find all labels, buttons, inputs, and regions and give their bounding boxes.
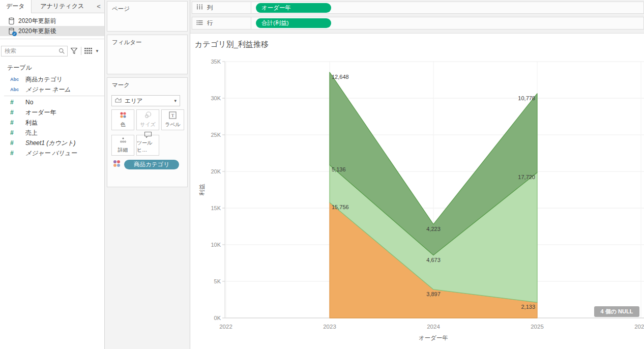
svg-text:2022: 2022	[219, 324, 232, 330]
svg-text:5K: 5K	[214, 278, 221, 284]
field-name: Sheet1 (カウント)	[25, 139, 75, 148]
field-item[interactable]: Abc メジャー ネーム	[0, 84, 104, 95]
divider	[4, 96, 104, 96]
pill-sum-profit[interactable]: 合計(利益)	[256, 18, 331, 28]
svg-text:0K: 0K	[214, 315, 221, 321]
svg-text:2023: 2023	[323, 324, 336, 330]
string-field-icon: Abc	[10, 87, 20, 92]
chevron-down-icon[interactable]: ▼	[95, 49, 99, 53]
svg-text:利益: 利益	[199, 184, 205, 196]
detail-button-label: 詳細	[118, 147, 128, 154]
string-field-icon: Abc	[10, 77, 20, 82]
marks-pill-row: 商品カテゴリ	[112, 159, 179, 169]
tab-analytics[interactable]: アナリティクス	[31, 0, 93, 13]
search-input[interactable]	[2, 46, 67, 56]
text-label-icon: T	[169, 110, 177, 120]
collapse-pane-icon[interactable]: <	[93, 0, 104, 13]
columns-shelf-head: 列	[192, 2, 251, 13]
database-icon	[8, 17, 15, 25]
svg-text:12,648: 12,648	[332, 74, 349, 80]
svg-text:15,756: 15,756	[332, 204, 349, 210]
field-name: No	[25, 99, 33, 106]
rows-shelf[interactable]: 行 合計(利益)	[192, 17, 644, 30]
field-name: オーダー年	[25, 108, 56, 117]
columns-icon	[196, 4, 203, 11]
datasource-item-selected[interactable]: ✓ 2020年更新後	[0, 26, 104, 36]
marks-card: マーク エリア ▾	[107, 77, 188, 187]
detail-dots-icon	[119, 135, 127, 146]
svg-text:5,136: 5,136	[332, 166, 346, 172]
filter-funnel-icon[interactable]	[68, 45, 80, 56]
search-box	[1, 46, 68, 56]
size-circles-icon	[144, 110, 152, 120]
field-item[interactable]: # オーダー年	[0, 107, 104, 118]
area-mark-icon	[115, 97, 122, 104]
field-name: 商品カテゴリ	[25, 75, 63, 84]
number-field-icon: #	[10, 119, 20, 126]
tooltip-button[interactable]: ツールヒ…	[136, 135, 159, 156]
columns-shelf[interactable]: 列 オーダー年	[192, 2, 644, 14]
rows-icon	[196, 20, 203, 27]
mark-type-dropdown[interactable]: エリア ▾	[111, 95, 180, 106]
number-field-icon: #	[10, 139, 20, 147]
label-button-label: ラベル	[165, 121, 181, 128]
number-field-icon: #	[10, 129, 20, 136]
svg-text:10K: 10K	[211, 242, 221, 248]
chevron-down-icon: ▾	[174, 98, 177, 103]
field-name: 利益	[25, 119, 38, 127]
pill-product-category[interactable]: 商品カテゴリ	[124, 160, 179, 169]
rows-shelf-head: 行	[192, 17, 251, 29]
view-options-icon[interactable]	[82, 45, 95, 56]
field-name: メジャー バリュー	[25, 149, 77, 158]
tooltip-button-label: ツールヒ…	[137, 139, 159, 154]
pane-tabbar: データ アナリティクス <	[0, 0, 104, 13]
svg-text:2025: 2025	[531, 324, 544, 330]
datasource-item[interactable]: 2020年更新前	[0, 16, 104, 26]
worksheet-area: 列 オーダー年 行 合計(利益) カテゴリ別_利益推移 0K5K10K15K20…	[190, 0, 644, 349]
number-field-icon: #	[10, 99, 20, 106]
color-button-label: 色	[121, 121, 126, 128]
filters-shelf-label: フィルター	[107, 35, 187, 46]
data-pane: データ アナリティクス < 2020年更新前 ✓ 2020年更新後	[0, 0, 105, 349]
field-name: メジャー ネーム	[25, 85, 71, 94]
svg-text:3,897: 3,897	[426, 291, 441, 297]
shelf-cards-pane: ページ フィルター マーク エリア ▾	[105, 0, 190, 349]
svg-text:2026: 2026	[634, 324, 644, 330]
field-name: 売上	[25, 129, 38, 137]
size-button[interactable]: サイズ	[136, 109, 159, 130]
color-button[interactable]: 色	[111, 109, 134, 130]
field-search-row: ▼	[1, 45, 104, 56]
svg-text:オーダー年: オーダー年	[419, 335, 448, 341]
profit-area-chart[interactable]: 0K5K10K15K20K25K30K35K202220232024202520…	[190, 34, 644, 349]
svg-text:4,223: 4,223	[426, 226, 441, 232]
number-field-icon: #	[10, 150, 20, 157]
field-item[interactable]: # Sheet1 (カウント)	[0, 138, 104, 148]
tables-section-label: テーブル	[7, 64, 104, 72]
rows-shelf-label: 行	[207, 19, 213, 27]
svg-text:2024: 2024	[427, 324, 440, 330]
size-button-label: サイズ	[140, 121, 156, 128]
svg-text:35K: 35K	[211, 59, 221, 65]
svg-text:4,673: 4,673	[426, 257, 441, 263]
field-item[interactable]: Abc 商品カテゴリ	[0, 74, 104, 84]
pages-shelf[interactable]: ページ	[107, 1, 188, 32]
tooltip-bubble-icon	[144, 131, 152, 138]
pill-order-year[interactable]: オーダー年	[256, 3, 331, 13]
detail-button[interactable]: 詳細	[111, 135, 134, 156]
null-indicator-badge[interactable]: 4 個の NULL	[594, 306, 639, 317]
divider	[81, 47, 81, 55]
datasource-name: 2020年更新後	[18, 27, 56, 36]
svg-text:17,720: 17,720	[518, 174, 535, 180]
marks-card-label: マーク	[107, 78, 187, 89]
svg-text:T: T	[171, 113, 174, 118]
field-item[interactable]: # No	[0, 97, 104, 107]
columns-shelf-label: 列	[207, 4, 213, 12]
field-item[interactable]: # 利益	[0, 118, 104, 128]
search-icon	[58, 48, 65, 56]
tab-data[interactable]: データ	[0, 0, 31, 13]
field-item[interactable]: # メジャー バリュー	[0, 148, 104, 158]
filters-shelf[interactable]: フィルター	[107, 35, 188, 74]
datasource-name: 2020年更新前	[18, 17, 56, 25]
label-button[interactable]: T ラベル	[161, 109, 184, 130]
field-item[interactable]: # 売上	[0, 128, 104, 138]
